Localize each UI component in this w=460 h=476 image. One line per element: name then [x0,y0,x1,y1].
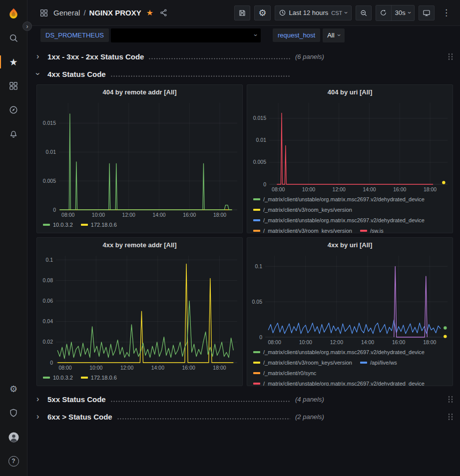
legend-color-chip [253,362,260,364]
legend-label: /_matrix/client/unstable/org.matrix.msc2… [263,196,425,202]
legend-item[interactable]: /_matrix/client/unstable/org.matrix.msc2… [253,381,425,386]
chevron-down-icon: › [336,34,342,36]
panel-title[interactable]: 4xx by uri [All] [247,238,453,252]
svg-text:10:00: 10:00 [89,365,102,371]
row-title: 4xx Status Code [47,70,106,78]
compass-icon [8,105,18,115]
navbar: General / NGINX PROXY ★ ⚙ [27,0,460,26]
legend-label: 172.18.0.6 [91,222,117,228]
legend-item[interactable]: /_matrix/client/v3/room_keys/version [253,228,352,233]
row-header-6xx[interactable]: › 6xx > Status Code (2 panels) [36,410,453,424]
sidebar-item-dashboards[interactable] [3,76,23,96]
variables-bar: DS_PROMETHEUS › request_host All › [27,26,460,44]
chevron-down-icon: › [406,11,413,13]
svg-text:14:00: 14:00 [152,212,165,218]
panel-title[interactable]: 4xx by remote addr [All] [37,238,242,252]
legend-color-chip [43,224,50,226]
row-drag-handle[interactable] [448,396,453,403]
dashboard-settings-button[interactable]: ⚙ [254,5,270,20]
dashboards-grid-icon [8,81,18,91]
sidebar-item-profile[interactable] [3,427,23,447]
legend-item[interactable]: /_matrix/client/unstable/org.matrix.msc2… [253,196,425,202]
row-drag-handle[interactable] [448,53,453,60]
sidebar-expand-button[interactable]: › [22,21,32,31]
legend-item[interactable]: /_matrix/client/r0/sync [253,370,316,376]
legend-color-chip [253,209,260,211]
avatar [8,432,19,443]
svg-text:0.005: 0.005 [43,178,56,184]
var-datasource-value[interactable]: › [111,28,261,42]
svg-text:0.015: 0.015 [253,115,266,121]
legend-item[interactable]: 10.0.3.2 [43,222,73,228]
row-drag-handle[interactable] [448,413,453,421]
svg-text:18:00: 18:00 [213,212,226,218]
save-dashboard-button[interactable] [234,5,250,20]
row-panel-count: (4 panels) [295,396,324,403]
zoom-out-button[interactable] [356,5,372,20]
timeseries-chart[interactable]: 08:0010:0012:0014:0016:0018:0000.0050.01… [37,99,242,219]
svg-text:12:00: 12:00 [330,339,343,345]
sidebar-item-explore[interactable] [3,100,23,120]
svg-text:14:00: 14:00 [151,365,164,371]
svg-text:08:00: 08:00 [272,186,285,192]
grafana-logo[interactable] [3,4,23,24]
tv-mode-button[interactable] [419,5,435,20]
refresh-icon [380,9,387,16]
legend-item[interactable]: /_matrix/client/unstable/org.matrix.msc2… [253,349,425,355]
legend-item[interactable]: /_matrix/client/v3/room_keys/version [253,360,352,366]
chevron-down-icon: › [252,34,259,36]
timeseries-chart[interactable]: 08:0010:0012:0014:0016:0018:0000.050.1 [247,252,453,346]
legend-item[interactable]: 10.0.3.2 [43,375,73,381]
svg-text:10:00: 10:00 [92,212,105,218]
legend-color-chip [360,230,367,232]
legend-item[interactable]: /_matrix/client/v3/room_keys/version [253,207,352,213]
row-header-4xx[interactable]: › 4xx Status Code [36,67,453,81]
sidebar-item-alerting[interactable] [3,124,23,144]
breadcrumb-title[interactable]: NGINX PROXY [89,8,141,17]
row-header-5xx[interactable]: › 5xx Status Code (4 panels) [36,392,453,406]
breadcrumb-section[interactable]: General [53,8,80,17]
svg-text:08:00: 08:00 [58,365,71,371]
var-request-host-value[interactable]: All › [323,28,345,42]
grafana-app: ★ ⚙ [0,0,460,476]
sidebar-item-configuration[interactable]: ⚙ [3,379,23,399]
sidebar-item-server-admin[interactable] [3,403,23,423]
legend-color-chip [81,224,88,226]
panel-legend: 10.0.3.2 172.18.0.6 [37,372,242,386]
refresh-interval-picker[interactable]: 30s › [391,5,414,20]
row-panel-count: (2 panels) [295,413,324,421]
row-header-1xx-3xx-2xx[interactable]: › 1xx - 3xx - 2xx Status Code (6 panels) [36,49,453,63]
share-icon[interactable] [159,8,168,17]
refresh-button[interactable] [376,5,391,20]
favorite-star-icon[interactable]: ★ [146,9,153,17]
legend-item[interactable]: /api/live/ws [360,360,397,366]
legend-label: /_matrix/client/unstable/org.matrix.msc2… [263,349,425,355]
svg-text:12:00: 12:00 [120,365,133,371]
svg-text:0.01: 0.01 [256,137,267,143]
timeseries-chart[interactable]: 08:0010:0012:0014:0016:0018:0000.0050.01… [247,99,453,193]
var-request-host-label[interactable]: request_host [273,28,320,42]
svg-text:0.1: 0.1 [45,257,53,263]
sidebar-item-starred[interactable]: ★ [3,52,23,72]
sidebar-item-help[interactable]: ? [3,451,23,471]
legend-item[interactable]: 172.18.0.6 [81,222,117,228]
legend-item[interactable]: /_matrix/client/unstable/org.matrix.msc2… [253,217,425,223]
legend-item[interactable]: 172.18.0.6 [81,375,117,381]
timeseries-chart[interactable]: 08:0010:0012:0014:0016:0018:0000.020.040… [37,252,242,372]
apps-icon [39,8,48,17]
panel-title[interactable]: 404 by remote addr [All] [37,85,242,99]
panel-title[interactable]: 404 by uri [All] [247,85,453,99]
svg-text:18:00: 18:00 [424,186,437,192]
row-leader-dots [148,58,290,59]
legend-color-chip [43,377,50,379]
svg-text:12:00: 12:00 [122,212,135,218]
legend-color-chip [253,372,260,374]
var-datasource-label[interactable]: DS_PROMETHEUS [40,28,109,42]
sidebar-item-search[interactable] [3,28,23,48]
legend-color-chip [253,219,260,221]
more-options-button[interactable]: ⋮ [439,5,454,20]
time-range-picker[interactable]: Last 12 hours CST › [275,5,352,20]
dashboard-canvas: › 1xx - 3xx - 2xx Status Code (6 panels)… [27,44,460,476]
legend-item[interactable]: /sw.js [360,228,384,233]
svg-text:12:00: 12:00 [333,186,346,192]
